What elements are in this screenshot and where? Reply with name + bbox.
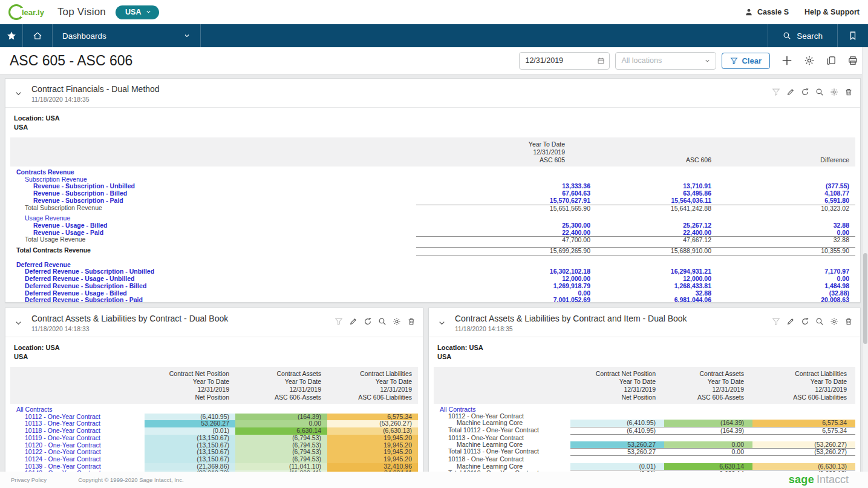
bookmark-button[interactable] <box>837 24 868 47</box>
row-label[interactable]: 10122 - One-Year Contract <box>10 449 145 456</box>
privacy-policy-link[interactable]: Privacy Policy <box>11 476 47 483</box>
user-menu[interactable]: Cassie S <box>745 8 789 16</box>
cell-value[interactable]: 22,400.00 <box>416 229 596 237</box>
cell-value[interactable]: 25,267.12 <box>596 222 717 229</box>
zoom-icon[interactable] <box>378 317 387 326</box>
cell-value[interactable]: 22,400.00 <box>596 229 717 237</box>
cell-value[interactable]: 1,484.98 <box>717 283 855 290</box>
duplicate-button[interactable] <box>826 55 837 66</box>
row-label: Machine Learning Core <box>434 420 570 426</box>
cell-value: (6,410.95) <box>570 427 664 434</box>
user-name: Cassie S <box>757 8 789 16</box>
collapse-panel-button[interactable] <box>14 89 23 98</box>
edit-icon[interactable] <box>349 317 357 326</box>
row-label[interactable]: Usage Revenue <box>10 215 416 222</box>
refresh-icon[interactable] <box>801 88 809 96</box>
row-label[interactable]: Deferred Revenue - Subscription - Paid <box>10 297 416 303</box>
gear-icon[interactable] <box>393 317 401 326</box>
add-component-button[interactable] <box>781 54 793 67</box>
filter-icon[interactable] <box>334 317 343 326</box>
locations-filter[interactable]: All locations <box>615 52 716 70</box>
column-header: Contract AssetsYear To Date12/31/2019ASC… <box>664 370 752 401</box>
filter-icon[interactable] <box>772 88 780 96</box>
row-label[interactable]: All Contracts <box>434 406 570 413</box>
zoom-icon[interactable] <box>815 88 824 96</box>
cell-value: 6,630.14 <box>664 463 752 470</box>
row-label[interactable]: Revenue - Usage - Billed <box>10 222 416 229</box>
row-label[interactable]: Deferred Revenue - Usage - Billed <box>10 290 416 297</box>
cell-value[interactable]: 1,269,918.79 <box>416 283 596 290</box>
cell-value: (53,260.27) <box>752 441 855 448</box>
cell-value[interactable]: 0.00 <box>717 229 855 237</box>
row-label[interactable]: Revenue - Subscription - Unbilled <box>10 183 416 190</box>
cell-value[interactable]: 20,008.63 <box>717 297 855 303</box>
dashboards-label: Dashboards <box>62 31 106 41</box>
cell-value[interactable]: 25,300.00 <box>416 222 596 229</box>
cell-value[interactable]: 6,591.80 <box>717 197 855 205</box>
clear-filters-button[interactable]: Clear <box>722 53 770 69</box>
gear-icon[interactable] <box>830 317 838 326</box>
entity-selector[interactable]: USA <box>116 5 159 19</box>
favorites-button[interactable] <box>0 24 23 47</box>
help-support-link[interactable]: Help & Support <box>804 8 860 16</box>
vertical-scrollbar[interactable] <box>862 47 868 488</box>
home-icon <box>33 31 42 41</box>
row-label[interactable]: Deferred Revenue - Subscription - Unbill… <box>10 268 416 275</box>
cell-value[interactable]: 15,570,627.91 <box>416 197 596 205</box>
row-label[interactable]: 10119 - One-Year Contract <box>10 435 145 442</box>
row-label[interactable]: 10124 - One-Year Contract <box>10 456 145 463</box>
gear-icon[interactable] <box>830 88 838 96</box>
row-label[interactable]: 10118 - One-Year Contract <box>10 427 145 435</box>
row-label[interactable]: 10113 - One-Year Contract <box>10 420 145 427</box>
date-input[interactable] <box>525 56 581 65</box>
cell-empty <box>717 169 855 176</box>
clearly-logo-text: lear.ly <box>21 8 44 17</box>
row-label[interactable]: Revenue - Usage - Paid <box>10 229 416 237</box>
row-label[interactable]: All Contracts <box>10 406 145 414</box>
edit-icon[interactable] <box>786 317 795 326</box>
search-button[interactable]: Search <box>768 24 837 47</box>
cell-value[interactable]: 7,170.97 <box>717 268 855 275</box>
cell-empty <box>416 169 596 176</box>
collapse-panel-button[interactable] <box>14 318 23 328</box>
trash-icon[interactable] <box>844 317 853 326</box>
column-header: Year To Date12/31/2019ASC 605 <box>416 140 596 164</box>
dashboard-settings-button[interactable] <box>804 55 815 66</box>
row-label[interactable]: Deferred Revenue - Subscription - Billed <box>10 283 416 290</box>
sage-intacct-logo: sage Intacct <box>789 473 857 486</box>
row-label[interactable]: Contracts Revenue <box>10 169 416 176</box>
row-label: Total 10112 - One-Year Contract <box>434 427 570 435</box>
dashboards-menu[interactable]: Dashboards <box>53 24 201 47</box>
row-label[interactable]: 10112 - One-Year Contract <box>10 414 145 421</box>
row-label[interactable]: Revenue - Subscription - Paid <box>10 197 416 205</box>
refresh-icon[interactable] <box>364 317 372 326</box>
date-filter[interactable] <box>519 52 610 70</box>
cell-value[interactable]: 32.88 <box>717 222 855 229</box>
row-label[interactable]: Revenue - Subscription - Billed <box>10 190 416 197</box>
cell-value[interactable]: 7,001,052.69 <box>416 297 596 303</box>
calendar-icon[interactable] <box>597 57 605 65</box>
clearly-logo[interactable]: lear.ly <box>8 4 44 20</box>
filter-icon[interactable] <box>772 317 780 326</box>
report-row: Subscription Revenue <box>10 176 855 183</box>
cell-value[interactable]: 15,564,036.11 <box>596 197 717 205</box>
trash-icon[interactable] <box>407 317 416 326</box>
report-assets-liabilities-contract-item: Location: USAUSAContract Net PositionYea… <box>429 337 860 487</box>
row-label[interactable]: 10120 - One-Year Contract <box>10 442 145 449</box>
zoom-icon[interactable] <box>815 317 824 326</box>
row-label[interactable]: Deferred Revenue <box>10 262 416 269</box>
row-label[interactable]: Deferred Revenue - Usage - Unbilled <box>10 275 416 283</box>
refresh-icon[interactable] <box>801 317 809 326</box>
cell-value[interactable]: 1,268,433.81 <box>596 283 717 290</box>
row-label: Machine Learning Core <box>434 441 570 448</box>
row-label[interactable]: Subscription Revenue <box>10 176 416 183</box>
cell-value[interactable]: 6,981,044.06 <box>596 297 717 303</box>
scrollbar-thumb[interactable] <box>863 253 867 344</box>
print-button[interactable] <box>847 55 858 66</box>
collapse-panel-button[interactable] <box>437 318 446 328</box>
row-label[interactable]: 10139 - One-Year Contract <box>10 463 145 470</box>
edit-icon[interactable] <box>786 88 795 96</box>
column-header: Contract LiabilitiesYear To Date12/31/20… <box>752 370 855 401</box>
home-button[interactable] <box>23 24 53 47</box>
trash-icon[interactable] <box>844 88 853 96</box>
